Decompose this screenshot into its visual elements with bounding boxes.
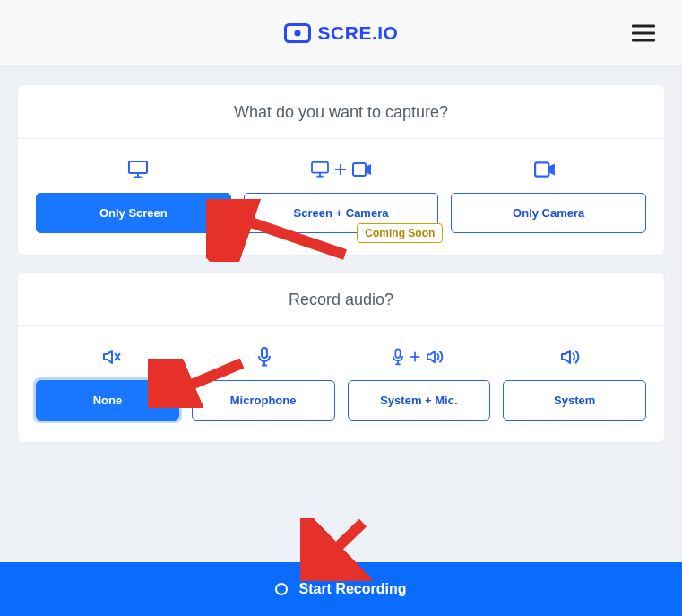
menu-icon[interactable] xyxy=(632,21,655,47)
capture-icons xyxy=(36,152,646,187)
svg-rect-2 xyxy=(129,161,147,173)
start-recording-button[interactable]: Start Recording xyxy=(0,562,682,616)
audio-system-button[interactable]: System xyxy=(503,380,646,421)
camera-record-icon xyxy=(284,23,311,43)
capture-body: Only Screen Screen + Camera Coming Soon … xyxy=(18,139,664,255)
speaker-icon xyxy=(494,339,646,375)
audio-microphone-label: Microphone xyxy=(230,394,297,407)
audio-system-mic-label: System + Mic. xyxy=(380,394,457,407)
svg-rect-5 xyxy=(312,162,328,173)
brand-text: SCRE.IO xyxy=(318,22,399,44)
microphone-icon xyxy=(188,339,341,375)
svg-rect-10 xyxy=(353,163,366,176)
svg-line-24 xyxy=(316,523,363,568)
svg-rect-17 xyxy=(395,349,400,358)
audio-microphone-button[interactable]: Microphone xyxy=(192,380,335,421)
audio-none-label: None xyxy=(93,394,123,407)
capture-options: Only Screen Screen + Camera Coming Soon … xyxy=(36,193,646,233)
monitor-plus-camera-icon xyxy=(239,152,443,187)
brand-logo[interactable]: SCRE.IO xyxy=(284,22,399,44)
audio-icons xyxy=(36,339,646,375)
only-camera-button[interactable]: Only Camera xyxy=(451,193,646,233)
only-camera-label: Only Camera xyxy=(513,206,584,220)
svg-rect-11 xyxy=(535,162,548,176)
app-header: SCRE.IO xyxy=(0,0,682,67)
mute-icon xyxy=(36,339,188,375)
capture-title: What do you want to capture? xyxy=(18,85,664,139)
record-icon xyxy=(275,583,288,595)
microphone-plus-speaker-icon xyxy=(341,339,494,375)
audio-system-label: System xyxy=(554,394,595,407)
svg-rect-14 xyxy=(262,348,267,358)
svg-point-1 xyxy=(294,30,300,37)
audio-body: None Microphone System + Mic. System xyxy=(18,326,664,442)
capture-card: What do you want to capture? Only Screen… xyxy=(18,85,664,255)
start-recording-label: Start Recording xyxy=(298,581,406,597)
camera-icon xyxy=(443,152,646,187)
only-screen-button[interactable]: Only Screen xyxy=(36,193,231,233)
screen-camera-button[interactable]: Screen + Camera Coming Soon xyxy=(244,193,439,233)
audio-system-mic-button[interactable]: System + Mic. xyxy=(348,380,491,421)
audio-title: Record audio? xyxy=(18,273,664,326)
audio-options: None Microphone System + Mic. System xyxy=(36,380,646,421)
coming-soon-badge: Coming Soon xyxy=(357,223,443,243)
screen-camera-label: Screen + Camera xyxy=(294,206,389,220)
audio-card: Record audio? None Microphone System + M… xyxy=(18,273,664,442)
monitor-icon xyxy=(36,152,239,187)
audio-none-button[interactable]: None xyxy=(36,380,179,421)
only-screen-label: Only Screen xyxy=(99,206,168,220)
